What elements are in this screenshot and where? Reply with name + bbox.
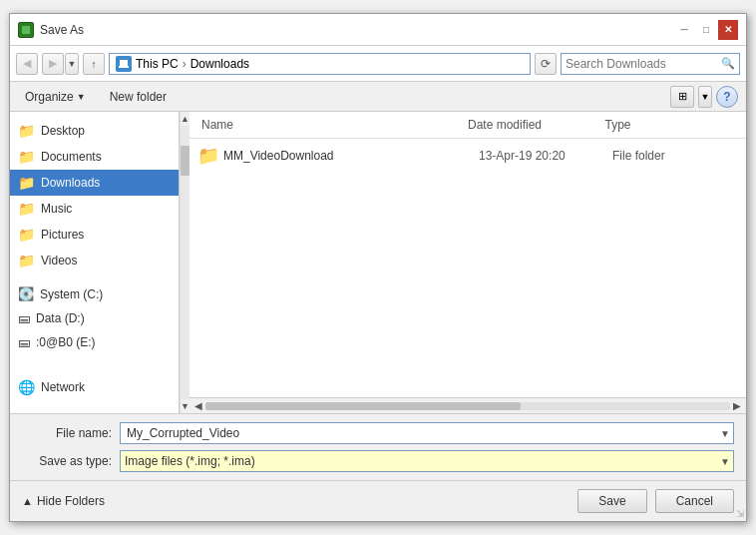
refresh-button[interactable]: ⟳ [535,53,557,75]
forward-button[interactable]: ▶ [42,53,64,75]
nav-dropdown-button[interactable]: ▼ [65,53,79,75]
resize-handle[interactable]: ⇲ [736,508,744,519]
back-button[interactable]: ◀ [16,53,38,75]
organize-button[interactable]: Organize ▼ [18,86,93,108]
toolbar: Organize ▼ New folder ⊞ ▼ ? [10,82,746,112]
drive-icon: 💽 [18,286,34,301]
hscroll-right-button[interactable]: ▶ [730,400,744,411]
maximize-button[interactable]: □ [696,20,716,40]
search-icon: 🔍 [721,57,735,70]
sidebar-item-label: Desktop [41,124,85,138]
sidebar-item-music[interactable]: 📁 Music [10,196,179,222]
col-header-name[interactable]: Name [197,116,464,134]
vscroll-up-button[interactable]: ▲ [181,112,189,126]
hscroll-track[interactable] [205,402,730,410]
folder-icon: 📁 [18,123,35,139]
drive-icon: 🖴 [18,335,30,349]
save-button[interactable]: Save [577,489,646,513]
breadcrumb[interactable]: This PC › Downloads [109,53,531,75]
filetype-select-wrapper: Image files (*.img; *.ima) ▼ [120,450,734,472]
sidebar-item-network[interactable]: 🌐 Network [10,374,179,400]
view-dropdown-icon: ▼ [701,92,710,102]
search-box[interactable]: 🔍 [561,53,740,75]
sidebar-item-desktop[interactable]: 📁 Desktop [10,118,179,144]
sidebar-item-videos[interactable]: 📁 Videos [10,248,179,273]
col-header-type[interactable]: Type [601,116,739,134]
filetype-row: Save as type: Image files (*.img; *.ima)… [22,450,734,472]
sidebar-item-downloads[interactable]: 📁 Downloads [10,170,179,196]
sidebar-item-data-d[interactable]: 🖴 Data (D:) [10,306,179,330]
main-content: 📁 Desktop 📁 Documents 📁 Downloads 📁 Musi… [10,112,746,413]
titlebar: Save As ─ □ ✕ [10,14,746,46]
titlebar-buttons: ─ □ ✕ [674,20,738,40]
view-icon: ⊞ [678,90,687,103]
vscroll-track [181,126,189,399]
network-icon: 🌐 [18,379,35,395]
breadcrumb-separator: › [183,57,187,71]
file-folder-icon: 📁 [197,145,219,167]
sidebar-item-pictures[interactable]: 📁 Pictures [10,222,179,248]
minimize-button[interactable]: ─ [674,20,694,40]
breadcrumb-current: Downloads [190,57,249,71]
table-row[interactable]: 📁 MM_VideoDownload 13-Apr-19 20:20 File … [189,139,746,173]
sidebar-item-label: Network [41,380,85,394]
file-type: File folder [612,149,738,163]
vscroll-down-button[interactable]: ▼ [181,399,189,413]
sidebar-vscroll[interactable]: ▲ ▼ [180,112,189,413]
file-area-wrapper: ▲ ▼ Name Date modified Type 📁 MM_Vid [180,112,746,413]
sidebar-item-drive-e[interactable]: 🖴 :0@B0 (E:) [10,330,179,354]
hscroll-thumb[interactable] [205,402,521,410]
column-headers: Name Date modified Type [189,112,746,139]
sidebar-item-label: Pictures [41,228,84,242]
svg-rect-1 [119,66,129,68]
sidebar-item-label: Data (D:) [36,311,85,325]
view-dropdown-button[interactable]: ▼ [698,86,712,108]
sidebar-item-label: :0@B0 (E:) [36,335,96,349]
folder-icon: 📁 [18,175,35,191]
help-button[interactable]: ? [716,86,738,108]
folder-icon: 📁 [18,227,35,243]
toolbar-right: ⊞ ▼ ? [670,86,738,108]
vscroll-thumb[interactable] [181,146,189,176]
filename-label: File name: [22,426,112,440]
pc-icon [116,56,132,72]
titlebar-left: Save As [18,22,84,38]
up-button[interactable]: ↑ [83,53,105,75]
footer: ▲ Hide Folders Save Cancel [10,480,746,521]
organize-dropdown-icon: ▼ [77,92,86,102]
filetype-select[interactable]: Image files (*.img; *.ima) [120,450,734,472]
close-button[interactable]: ✕ [718,20,738,40]
sidebar: 📁 Desktop 📁 Documents 📁 Downloads 📁 Musi… [10,112,180,413]
sidebar-item-label: Documents [41,150,102,164]
search-input[interactable] [566,57,717,71]
sidebar-item-system-c[interactable]: 💽 System (C:) [10,281,179,306]
breadcrumb-pc: This PC [136,57,179,71]
save-as-dialog: Save As ─ □ ✕ ◀ ▶ ▼ ↑ This PC › Download… [9,13,747,522]
folder-icon: 📁 [18,201,35,217]
sidebar-item-label: Downloads [41,176,100,190]
view-button[interactable]: ⊞ [670,86,694,108]
svg-rect-0 [120,60,128,66]
titlebar-title: Save As [40,23,84,37]
hscroll-left-button[interactable]: ◀ [191,400,205,411]
filename-input[interactable] [120,422,734,444]
addressbar: ◀ ▶ ▼ ↑ This PC › Downloads ⟳ 🔍 [10,46,746,82]
sidebar-item-documents[interactable]: 📁 Documents [10,144,179,170]
new-folder-button[interactable]: New folder [101,86,176,108]
hide-folders-label: Hide Folders [37,494,105,508]
hide-folders-button[interactable]: ▲ Hide Folders [22,494,105,508]
cancel-button[interactable]: Cancel [655,489,734,513]
sidebar-item-label: System (C:) [40,287,103,301]
col-header-date[interactable]: Date modified [464,116,601,134]
folder-icon: 📁 [18,253,35,268]
sidebar-item-label: Music [41,202,72,216]
file-name: MM_VideoDownload [223,149,475,163]
hscroll-bar: ◀ ▶ [189,397,746,413]
file-date: 13-Apr-19 20:20 [479,149,608,163]
file-list: 📁 MM_VideoDownload 13-Apr-19 20:20 File … [189,139,746,397]
organize-label: Organize [25,90,74,104]
bottom-section: File name: ▼ Save as type: Image files (… [10,413,746,480]
file-area: Name Date modified Type 📁 MM_VideoDownlo… [189,112,746,413]
filename-row: File name: ▼ [22,422,734,444]
sidebar-item-label: Videos [41,254,77,268]
